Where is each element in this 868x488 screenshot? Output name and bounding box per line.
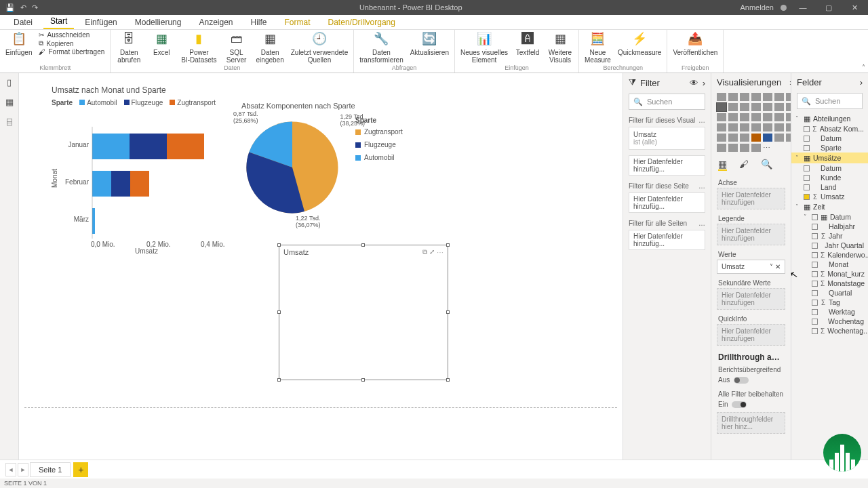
viz-type-icon[interactable]	[751, 103, 761, 111]
field-item[interactable]: ΣJahr	[791, 231, 868, 241]
visual-filter-icon[interactable]: ⧉	[422, 248, 427, 256]
viz-type-icon[interactable]	[717, 103, 726, 111]
viz-type-icon[interactable]	[728, 113, 738, 121]
viz-type-icon[interactable]	[786, 113, 791, 121]
table-abteilungen[interactable]: ˅▦ Abteilungen	[791, 113, 868, 124]
field-item[interactable]: Jahr Quartal	[791, 241, 868, 250]
viz-type-icon[interactable]	[751, 123, 761, 131]
viz-type-icon[interactable]	[740, 103, 749, 111]
axis-well[interactable]: Hier Datenfelder hinzufügen	[717, 188, 785, 209]
viz-type-icon[interactable]	[751, 134, 761, 142]
save-icon[interactable]: 💾	[5, 3, 15, 12]
drillthrough-well[interactable]: Drillthroughfelder hier hinz...	[717, 412, 785, 434]
viz-type-icon[interactable]	[740, 113, 749, 121]
quick-measure-button[interactable]: ⚡Quickmeasure	[618, 31, 661, 56]
tab-daten-drill[interactable]: Daten/Drillvorgang	[321, 16, 402, 29]
new-visual-button[interactable]: 📊Neues visuelles Element	[460, 31, 508, 64]
filter-search[interactable]: 🔍 Suchen	[629, 94, 705, 110]
signin-link[interactable]: Anmelden	[740, 3, 774, 12]
viz-type-icon[interactable]	[728, 103, 738, 111]
keep-filters-toggle[interactable]	[732, 401, 747, 408]
viz-type-icon[interactable]	[786, 93, 791, 101]
field-item[interactable]: Wochentag	[791, 317, 868, 326]
fields-search[interactable]: 🔍 Suchen	[797, 93, 863, 109]
field-item[interactable]: Land	[791, 182, 868, 192]
viz-type-icon[interactable]	[728, 123, 738, 131]
viz-type-icon[interactable]	[717, 113, 726, 121]
tab-anzeigen[interactable]: Anzeigen	[192, 16, 239, 29]
tooltip-well[interactable]: Hier Datenfelder hinzufügen	[717, 324, 785, 346]
viz-type-icon[interactable]	[751, 93, 761, 101]
field-item[interactable]: Quartal	[791, 288, 868, 298]
viz-type-icon[interactable]	[774, 134, 784, 142]
page-tab-1[interactable]: Seite 1	[30, 462, 71, 477]
field-item[interactable]: ΣWochentag...	[791, 326, 868, 336]
page-prev-button[interactable]: ◄	[5, 463, 16, 476]
format-painter-button[interactable]: 🖌 Format übertragen	[39, 48, 104, 56]
viz-type-icon[interactable]	[774, 123, 784, 131]
visual-more-icon[interactable]: ⋯	[437, 248, 443, 256]
viz-type-icon[interactable]	[740, 144, 749, 152]
viz-type-icon[interactable]	[717, 144, 726, 152]
pbi-datasets-button[interactable]: ▮Power BI-Datasets	[181, 31, 216, 64]
filter-page-more-icon[interactable]: …	[698, 182, 705, 190]
viz-more-icon[interactable]: ⋯	[763, 144, 772, 152]
tab-modellierung[interactable]: Modellierung	[128, 16, 189, 29]
filter-card-umsatz[interactable]: Umsatz ist (alle)	[629, 127, 705, 150]
format-mode-icon[interactable]: 🖌	[739, 159, 749, 171]
fields-mode-icon[interactable]: ▦	[718, 159, 727, 171]
maximize-icon[interactable]: ▢	[819, 3, 838, 12]
field-item[interactable]: ΣMonatstage	[791, 279, 868, 288]
field-item[interactable]: Kunde	[791, 173, 868, 182]
cut-button[interactable]: ✂ Ausschneiden	[39, 31, 104, 39]
filter-visual-drop[interactable]: Hier Datenfelder hinzufüg...	[629, 155, 705, 176]
collapse-ribbon-icon[interactable]: ˄	[862, 64, 865, 71]
field-item[interactable]: Werktag	[791, 307, 868, 317]
viz-type-icon[interactable]	[728, 93, 738, 101]
field-datum-hier[interactable]: ˅▦ Datum	[791, 212, 868, 222]
tab-start[interactable]: Start	[43, 14, 74, 29]
tab-format[interactable]: Format	[278, 16, 317, 29]
refresh-button[interactable]: 🔄Aktualisieren	[410, 31, 449, 56]
viz-type-icon[interactable]	[751, 144, 761, 152]
viz-type-icon[interactable]	[740, 134, 749, 142]
close-icon[interactable]: ✕	[845, 3, 864, 12]
field-item[interactable]: Datum	[791, 134, 868, 143]
analytics-mode-icon[interactable]: 🔍	[761, 159, 772, 171]
excel-button[interactable]: ▦Excel	[149, 31, 174, 56]
viz-type-icon[interactable]	[763, 113, 772, 121]
paste-button[interactable]: 📋Einfügen	[5, 31, 32, 56]
field-item[interactable]: ΣTag	[791, 298, 868, 307]
filter-all-drop[interactable]: Hier Datenfelder hinzufüg...	[629, 230, 705, 250]
recent-sources-button[interactable]: 🕘Zuletzt verwendete Quellen	[291, 31, 349, 64]
model-view-icon[interactable]: ⌸	[7, 117, 12, 127]
field-item[interactable]: Sparte	[791, 143, 868, 152]
tab-hilfe[interactable]: Hilfe	[244, 16, 274, 29]
selected-visual[interactable]: Umsatz ⧉ ⤢ ⋯	[279, 245, 448, 380]
undo-icon[interactable]: ↶	[20, 3, 26, 12]
more-visuals-button[interactable]: ▦Weitere Visuals	[547, 31, 573, 64]
field-item[interactable]: ΣUmsatz	[791, 192, 868, 201]
redo-icon[interactable]: ↷	[32, 3, 38, 12]
viz-type-icon[interactable]	[774, 93, 784, 101]
tab-einfuegen[interactable]: Einfügen	[78, 16, 123, 29]
enter-data-button[interactable]: ▦Daten eingeben	[256, 31, 284, 64]
minimize-icon[interactable]: —	[793, 3, 812, 12]
filter-page-drop[interactable]: Hier Datenfelder hinzufüg...	[629, 192, 705, 213]
filter-eye-icon[interactable]: 👁	[690, 78, 698, 88]
viz-type-icon[interactable]	[763, 103, 772, 111]
filter-all-more-icon[interactable]: …	[698, 220, 705, 227]
bar-chart-visual[interactable]: Umsatz nach Monat und Sparte Sparte Auto…	[52, 85, 241, 255]
legend-well[interactable]: Hier Datenfelder hinzufügen	[717, 224, 785, 245]
field-item[interactable]: Monat	[791, 260, 868, 269]
add-page-button[interactable]: +	[73, 462, 88, 477]
filter-visual-more-icon[interactable]: …	[698, 117, 705, 124]
publish-button[interactable]: 📤Veröffentlichen	[673, 31, 717, 56]
table-zeit[interactable]: ˅▦ Zeit	[791, 201, 868, 212]
viz-type-icon[interactable]	[751, 113, 761, 121]
values-well[interactable]: Umsatz˅ ✕	[717, 260, 785, 274]
pie-chart-visual[interactable]: Absatz Komponenten nach Sparte 0,87 Tsd.…	[241, 102, 458, 218]
field-item[interactable]: ΣMonat_kurz	[791, 269, 868, 279]
textbox-button[interactable]: 🅰Textfeld	[515, 31, 540, 56]
copy-button[interactable]: ⧉ Kopieren	[39, 39, 104, 47]
